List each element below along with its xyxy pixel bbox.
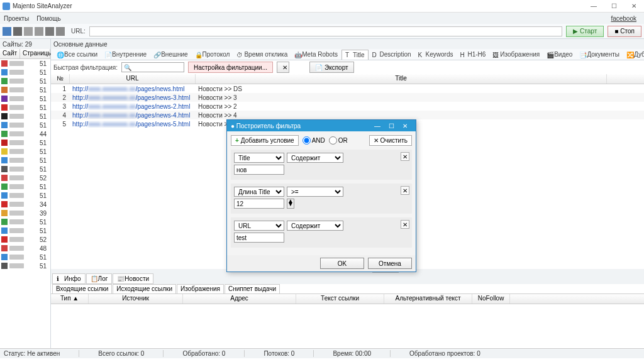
bottom-col[interactable]: Текст ссылки bbox=[296, 294, 384, 304]
operator-select[interactable]: >= bbox=[287, 187, 343, 197]
tab-протокол[interactable]: 🔒Протокол bbox=[192, 50, 233, 59]
value-input[interactable] bbox=[234, 165, 284, 175]
site-row[interactable]: 51 bbox=[0, 182, 50, 191]
radio-or[interactable]: OR bbox=[329, 136, 348, 145]
cancel-button[interactable]: Отмена bbox=[368, 258, 412, 269]
tab-дубликаты[interactable]: 🔀Дубликаты bbox=[623, 50, 644, 59]
ok-button[interactable]: OK bbox=[320, 258, 364, 269]
tab-description[interactable]: DDescription bbox=[369, 50, 414, 59]
site-row[interactable]: 51 bbox=[0, 191, 50, 200]
site-row[interactable]: 51 bbox=[0, 94, 50, 103]
menu-projects[interactable]: Проекты bbox=[4, 15, 29, 22]
start-button[interactable]: ▶ Старт bbox=[566, 26, 604, 37]
sites-list[interactable]: 5151515151515151445151515152515134395151… bbox=[0, 59, 50, 348]
value-input[interactable] bbox=[234, 233, 284, 243]
bottom-col[interactable]: NoFollow bbox=[472, 294, 510, 304]
delete-condition[interactable]: ✕ bbox=[401, 220, 409, 229]
site-row[interactable]: 51 bbox=[0, 59, 50, 68]
bottom-col[interactable]: Тип ▲ bbox=[51, 294, 89, 304]
tab-title[interactable]: TTitle bbox=[341, 50, 369, 60]
tool-icon-6[interactable] bbox=[56, 27, 65, 36]
bottom-col[interactable]: Адрес bbox=[183, 294, 296, 304]
tab-документы[interactable]: 📑Документы bbox=[576, 50, 623, 59]
subtab-3[interactable]: Сниппет выдачи bbox=[225, 284, 280, 293]
value-input[interactable] bbox=[234, 199, 284, 209]
site-row[interactable]: 51 bbox=[0, 121, 50, 129]
bottom-col[interactable]: Альтернативный текст bbox=[384, 294, 472, 304]
subtab-2[interactable]: Изображения bbox=[177, 284, 224, 293]
close-button[interactable]: ✕ bbox=[626, 1, 641, 11]
field-select[interactable]: URL bbox=[234, 221, 284, 231]
site-row[interactable]: 39 bbox=[0, 209, 50, 217]
bottom-tab-1[interactable]: 📋Лог bbox=[86, 273, 113, 284]
operator-select[interactable]: Содержит bbox=[287, 221, 343, 231]
tab-meta-robots[interactable]: 🤖Meta Robots bbox=[291, 50, 341, 59]
tab-внутренние[interactable]: 📄Внутренние bbox=[101, 50, 150, 59]
subtab-1[interactable]: Исходящие ссылки bbox=[113, 284, 176, 293]
site-row[interactable]: 51 bbox=[0, 217, 50, 226]
subtab-0[interactable]: Входящие ссылки bbox=[52, 284, 112, 293]
facebook-link[interactable]: facebook bbox=[611, 15, 636, 22]
field-select[interactable]: Длина Title bbox=[234, 187, 284, 197]
bottom-col[interactable]: Источник bbox=[89, 294, 183, 304]
site-row[interactable]: 51 bbox=[0, 85, 50, 94]
maximize-button[interactable]: ☐ bbox=[606, 1, 621, 11]
site-row[interactable]: 48 bbox=[0, 244, 50, 253]
tool-icon-5[interactable] bbox=[45, 27, 54, 36]
tab-видео[interactable]: 🎬Видео bbox=[543, 50, 575, 59]
quick-filter-input[interactable] bbox=[121, 62, 184, 72]
site-row[interactable]: 51 bbox=[0, 112, 50, 121]
grid-row[interactable]: 2http://xxxx.xxxxxxxx.xx/pages/news-3.ht… bbox=[51, 93, 644, 102]
export-button[interactable]: 📄 Экспорт bbox=[309, 62, 354, 73]
dialog-minimize[interactable]: — bbox=[370, 123, 384, 129]
site-row[interactable]: 51 bbox=[0, 147, 50, 156]
tab-все-ссылки[interactable]: 🌐Все ссылки bbox=[53, 50, 101, 59]
tab-изображения[interactable]: 🖼Изображения bbox=[489, 50, 543, 59]
delete-condition[interactable]: ✕ bbox=[401, 152, 409, 161]
site-row[interactable]: 51 bbox=[0, 156, 50, 165]
bottom-tab-0[interactable]: ℹИнфо bbox=[52, 273, 86, 284]
dialog-maximize[interactable]: ☐ bbox=[384, 123, 398, 129]
tab-внешние[interactable]: 🔗Внешние bbox=[150, 50, 191, 59]
site-row[interactable]: 51 bbox=[0, 103, 50, 112]
field-select[interactable]: Title bbox=[234, 153, 284, 163]
site-row[interactable]: 51 bbox=[0, 68, 50, 77]
site-row[interactable]: 52 bbox=[0, 173, 50, 182]
site-row[interactable]: 52 bbox=[0, 235, 50, 244]
tool-icon-2[interactable] bbox=[13, 27, 22, 36]
bottom-tab-2[interactable]: 📰Новости bbox=[113, 273, 153, 284]
operator-select[interactable]: Содержит bbox=[287, 153, 343, 163]
site-row[interactable]: 51 bbox=[0, 165, 50, 173]
clear-button[interactable]: ✕ Очистить bbox=[369, 135, 412, 146]
site-row[interactable]: 51 bbox=[0, 261, 50, 270]
site-row[interactable]: 34 bbox=[0, 200, 50, 209]
tool-icon-1[interactable] bbox=[3, 27, 11, 36]
tab-h1-h6[interactable]: HH1-H6 bbox=[457, 50, 489, 59]
tool-icon-4[interactable] bbox=[35, 27, 43, 36]
tab-keywords[interactable]: KKeywords bbox=[415, 50, 457, 59]
grid-row[interactable]: 3http://xxxx.xxxxxxxx.xx/pages/news-2.ht… bbox=[51, 102, 644, 111]
dialog-close[interactable]: ✕ bbox=[398, 123, 412, 129]
tab-время-отклика[interactable]: ⏱Время отклика bbox=[233, 50, 291, 59]
favicon bbox=[1, 148, 8, 155]
site-row[interactable]: 44 bbox=[0, 129, 50, 138]
site-row[interactable]: 51 bbox=[0, 226, 50, 235]
favicon bbox=[1, 140, 8, 146]
tool-icon-3[interactable] bbox=[24, 27, 33, 36]
site-row[interactable]: 51 bbox=[0, 77, 50, 85]
url-input[interactable] bbox=[89, 26, 562, 36]
delete-condition[interactable]: ✕ bbox=[401, 186, 409, 195]
filter-clear-button[interactable]: ✕ bbox=[277, 62, 289, 73]
site-row[interactable]: 51 bbox=[0, 138, 50, 147]
stop-button[interactable]: ■ Стоп bbox=[608, 26, 641, 37]
grid-row[interactable]: 1http://xxxx.xxxxxxxx.xx/pages/news.html… bbox=[51, 84, 644, 93]
filter-settings-button[interactable]: Настройка фильтрации... bbox=[188, 62, 273, 73]
minimize-button[interactable]: — bbox=[586, 1, 601, 11]
site-row[interactable]: 51 bbox=[0, 253, 50, 261]
add-condition-button[interactable]: +Добавить условие bbox=[231, 135, 299, 146]
spinner-down[interactable]: ▼ bbox=[287, 202, 294, 206]
menu-help[interactable]: Помощь bbox=[36, 15, 61, 22]
dialog-titlebar[interactable]: ● Построитель фильтра — ☐ ✕ bbox=[227, 120, 416, 131]
radio-and[interactable]: AND bbox=[303, 136, 325, 145]
grid-row[interactable]: 4http://xxxx.xxxxxxxx.xx/pages/news-4.ht… bbox=[51, 111, 644, 119]
